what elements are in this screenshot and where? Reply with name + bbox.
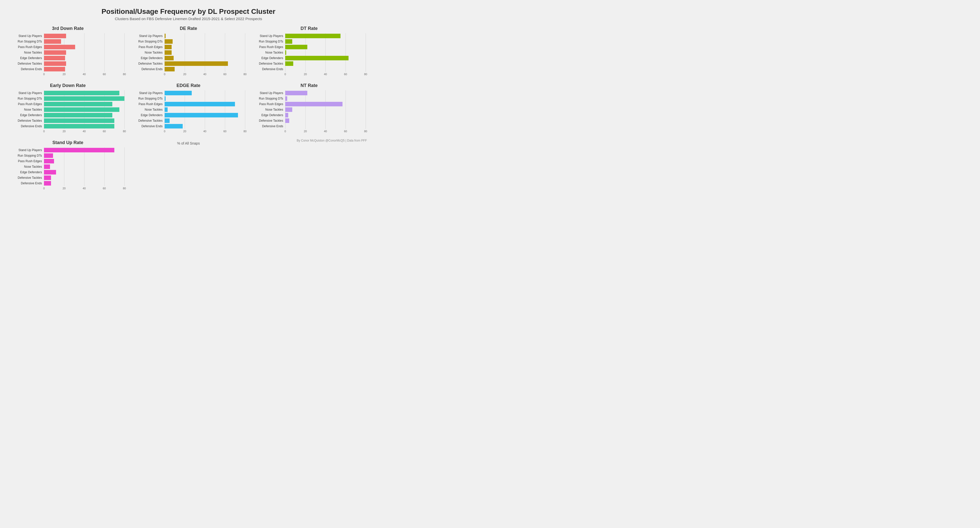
chart-title-edge: EDGE Rate bbox=[132, 83, 245, 88]
bar-label-1: Run Stopping DTs bbox=[11, 97, 44, 100]
bar-row-6: Defensive Ends bbox=[11, 180, 124, 186]
bar-label-5: Defensive Tackles bbox=[253, 62, 285, 65]
bar-row-0: Stand Up Players bbox=[11, 90, 124, 96]
bar-fill-4 bbox=[44, 56, 65, 61]
bar-row-3: Nose Tackles bbox=[11, 164, 124, 169]
bar-fill-4 bbox=[44, 170, 56, 174]
bar-fill-0 bbox=[165, 91, 192, 95]
bar-row-5: Defensive Tackles bbox=[132, 61, 245, 66]
bar-label-1: Run Stopping DTs bbox=[253, 97, 285, 100]
bar-row-4: Edge Defenders bbox=[11, 112, 124, 118]
bar-fill-5 bbox=[285, 61, 293, 66]
axis-tick-40: 40 bbox=[324, 73, 327, 76]
axis-tick-60: 60 bbox=[103, 187, 106, 190]
bar-row-6: Defensive Ends bbox=[253, 123, 366, 129]
bar-area-6 bbox=[165, 67, 245, 72]
bar-label-5: Defensive Tackles bbox=[253, 119, 285, 123]
bar-fill-1 bbox=[44, 96, 124, 101]
bar-area-2 bbox=[44, 102, 124, 106]
bar-row-6: Defensive Ends bbox=[132, 123, 245, 129]
bar-label-3: Nose Tackles bbox=[11, 165, 44, 169]
bar-row-1: Run Stopping DTs bbox=[132, 96, 245, 101]
bar-fill-0 bbox=[285, 34, 340, 38]
bar-area-5 bbox=[165, 61, 245, 66]
axis-container: 020406080 bbox=[165, 130, 245, 134]
bar-fill-6 bbox=[44, 181, 51, 185]
bar-fill-4 bbox=[285, 56, 348, 61]
bar-row-5: Defensive Tackles bbox=[253, 118, 366, 123]
bar-label-3: Nose Tackles bbox=[11, 51, 44, 54]
bar-fill-5 bbox=[44, 118, 115, 123]
bar-label-0: Stand Up Players bbox=[11, 91, 44, 95]
bar-area-4 bbox=[165, 113, 245, 117]
bar-row-5: Defensive Tackles bbox=[11, 118, 124, 123]
bar-label-4: Edge Defenders bbox=[11, 56, 44, 60]
bar-area-2 bbox=[285, 102, 366, 106]
chart-edge: Stand Up PlayersRun Stopping DTsPass Rus… bbox=[132, 90, 245, 134]
axis-tick-0: 0 bbox=[285, 73, 286, 76]
bar-area-1 bbox=[165, 96, 245, 101]
bar-fill-1 bbox=[165, 96, 165, 101]
bar-row-3: Nose Tackles bbox=[132, 50, 245, 55]
gridline-80 bbox=[124, 147, 125, 186]
bar-label-6: Defensive Ends bbox=[253, 67, 285, 71]
gridline-80 bbox=[366, 33, 366, 72]
bar-label-2: Pass Rush Edges bbox=[253, 45, 285, 49]
bar-label-0: Stand Up Players bbox=[11, 148, 44, 152]
bar-area-0 bbox=[165, 91, 245, 95]
bar-area-6 bbox=[44, 181, 124, 185]
bar-label-4: Edge Defenders bbox=[11, 113, 44, 117]
bar-fill-2 bbox=[285, 45, 307, 49]
axis-tick-20: 20 bbox=[62, 187, 65, 190]
gridline-80 bbox=[366, 90, 366, 129]
axis-tick-20: 20 bbox=[62, 73, 65, 76]
bar-row-4: Edge Defenders bbox=[11, 169, 124, 175]
bar-area-4 bbox=[44, 113, 124, 117]
bar-fill-2 bbox=[44, 102, 112, 106]
bar-label-2: Pass Rush Edges bbox=[132, 45, 165, 49]
bar-label-5: Defensive Tackles bbox=[11, 176, 44, 180]
bar-area-6 bbox=[285, 67, 366, 72]
bar-row-2: Pass Rush Edges bbox=[253, 101, 366, 107]
chart-title-nt: NT Rate bbox=[253, 83, 366, 88]
bar-area-3 bbox=[44, 107, 124, 112]
bar-area-6 bbox=[44, 67, 124, 72]
bar-fill-4 bbox=[165, 56, 173, 61]
axis-tick-40: 40 bbox=[203, 73, 206, 76]
bar-area-5 bbox=[44, 61, 124, 66]
bar-row-2: Pass Rush Edges bbox=[11, 101, 124, 107]
bar-area-2 bbox=[44, 45, 124, 49]
bar-area-3 bbox=[285, 107, 366, 112]
axis-tick-0: 0 bbox=[43, 187, 45, 190]
bar-label-3: Nose Tackles bbox=[132, 108, 165, 112]
axis-container: 020406080 bbox=[44, 187, 124, 191]
axis-tick-0: 0 bbox=[164, 73, 165, 76]
bar-row-1: Run Stopping DTs bbox=[11, 96, 124, 101]
bar-row-0: Stand Up Players bbox=[132, 33, 245, 39]
gridline-80 bbox=[245, 33, 245, 72]
bar-row-2: Pass Rush Edges bbox=[253, 44, 366, 50]
bar-label-6: Defensive Ends bbox=[11, 67, 44, 71]
chart-title-de: DE Rate bbox=[132, 26, 245, 31]
bar-fill-5 bbox=[165, 61, 228, 66]
bar-row-1: Run Stopping DTs bbox=[132, 39, 245, 44]
bar-area-6 bbox=[165, 124, 245, 129]
axis-container: 020406080 bbox=[44, 130, 124, 134]
gridline-80 bbox=[245, 90, 245, 129]
bar-row-3: Nose Tackles bbox=[132, 107, 245, 112]
panel-early-down: Early Down RateStand Up PlayersRun Stopp… bbox=[10, 80, 126, 135]
bar-label-0: Stand Up Players bbox=[11, 34, 44, 38]
bar-label-2: Pass Rush Edges bbox=[253, 102, 285, 106]
bar-fill-4 bbox=[165, 113, 238, 117]
axis-container: 020406080 bbox=[44, 73, 124, 77]
bar-row-4: Edge Defenders bbox=[132, 55, 245, 61]
bar-row-1: Run Stopping DTs bbox=[253, 96, 366, 101]
bar-row-0: Stand Up Players bbox=[11, 33, 124, 39]
bar-label-1: Run Stopping DTs bbox=[11, 154, 44, 157]
bar-row-6: Defensive Ends bbox=[132, 66, 245, 72]
axis-tick-80: 80 bbox=[364, 130, 367, 133]
bar-label-4: Edge Defenders bbox=[253, 56, 285, 60]
bar-fill-1 bbox=[44, 39, 61, 44]
bar-area-3 bbox=[44, 164, 124, 169]
bar-label-4: Edge Defenders bbox=[253, 113, 285, 117]
